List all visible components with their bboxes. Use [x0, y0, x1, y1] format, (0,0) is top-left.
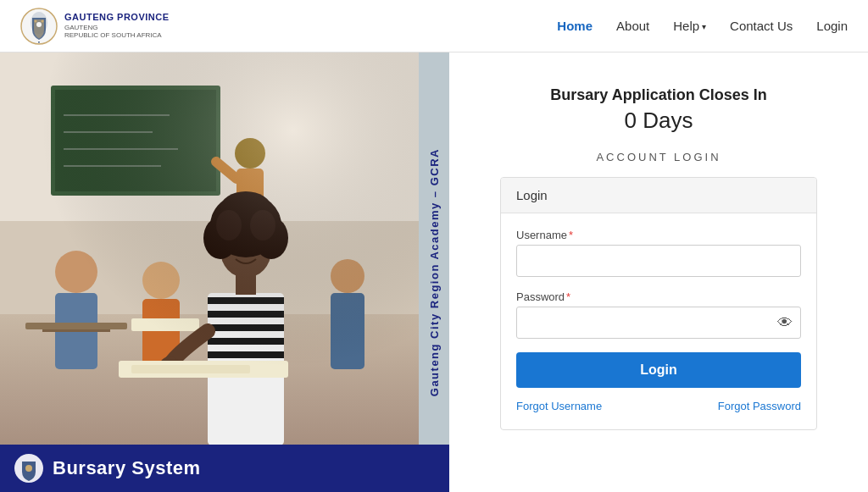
image-panel: Gauteng City Region Academy – GCRA Bursa… [0, 53, 449, 492]
main-nav: Home About Help ▾ Contact Us Login [557, 19, 848, 33]
login-box: Login Username * Password * [500, 177, 817, 430]
logo-area: ● GAUTENG PROVINCE GAUTENG REPUBLIC OF S… [20, 8, 170, 45]
province-sub: GAUTENG [64, 24, 170, 32]
chevron-down-icon: ▾ [702, 22, 706, 31]
main-content: Gauteng City Region Academy – GCRA Bursa… [0, 53, 868, 492]
svg-point-52 [25, 465, 32, 472]
classroom-photo [0, 53, 419, 445]
username-group: Username * [516, 229, 801, 277]
svg-rect-50 [0, 53, 419, 445]
province-name: GAUTENG PROVINCE [64, 12, 170, 23]
password-label: Password * [516, 290, 801, 303]
forgot-password-link[interactable]: Forgot Password [718, 400, 801, 412]
login-panel: Bursary Application Closes In 0 Days ACC… [449, 53, 868, 492]
vertical-text-wrapper: Gauteng City Region Academy – GCRA [419, 53, 449, 492]
password-group: Password * 👁 [516, 290, 801, 339]
forgot-links: Forgot Username Forgot Password [516, 400, 801, 412]
bottom-emblem [14, 453, 44, 484]
password-input[interactable] [516, 307, 801, 339]
gauteng-emblem: ● [20, 8, 58, 45]
days-count: 0 Days [550, 108, 766, 134]
bursary-closes-section: Bursary Application Closes In 0 Days [550, 86, 766, 134]
password-wrapper: 👁 [516, 307, 801, 339]
forgot-username-link[interactable]: Forgot Username [516, 400, 602, 412]
svg-point-2 [36, 22, 42, 27]
nav-contact-us[interactable]: Contact Us [730, 19, 793, 33]
svg-point-4 [42, 19, 44, 22]
username-label: Username * [516, 229, 801, 241]
login-box-header: Login [501, 178, 816, 213]
closes-label: Bursary Application Closes In [550, 86, 766, 104]
nav-home[interactable]: Home [557, 19, 593, 33]
nav-about[interactable]: About [616, 19, 649, 33]
username-input[interactable] [516, 245, 801, 277]
logo-text: GAUTENG PROVINCE GAUTENG REPUBLIC OF SOU… [64, 12, 170, 39]
province-sub2: REPUBLIC OF SOUTH AFRICA [64, 31, 170, 40]
svg-point-3 [35, 19, 37, 22]
vertical-text: Gauteng City Region Academy – GCRA [428, 148, 441, 396]
bottom-bar: Bursary System [0, 445, 449, 492]
username-required-star: * [569, 229, 573, 241]
header: ● GAUTENG PROVINCE GAUTENG REPUBLIC OF S… [0, 0, 868, 53]
login-button[interactable]: Login [516, 352, 801, 388]
nav-help[interactable]: Help ▾ [673, 19, 706, 33]
password-required-star: * [566, 290, 570, 303]
account-login-title: ACCOUNT LOGIN [596, 151, 721, 163]
eye-icon[interactable]: 👁 [777, 314, 793, 332]
nav-login[interactable]: Login [816, 19, 848, 33]
bursary-system-text: Bursary System [53, 457, 201, 479]
login-box-body: Username * Password * 👁 Login [501, 213, 816, 429]
